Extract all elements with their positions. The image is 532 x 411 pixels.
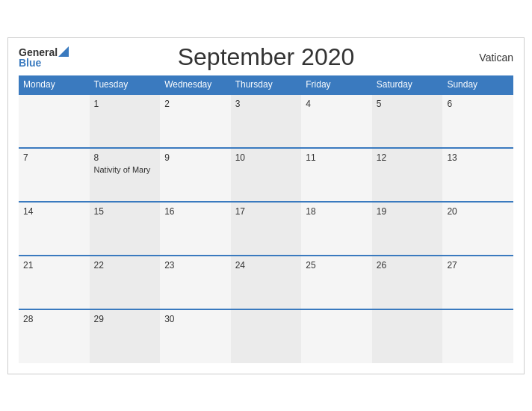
day-number: 24 — [235, 260, 297, 271]
day-number: 23 — [164, 260, 226, 271]
day-cell: 8Nativity of Mary — [90, 148, 161, 202]
day-number: 25 — [306, 260, 368, 271]
day-number: 30 — [164, 314, 226, 324]
day-cell: 11 — [301, 148, 372, 202]
week-row-1: 123456 — [19, 94, 513, 148]
day-cell: 2 — [160, 94, 231, 148]
header-tuesday: Tuesday — [90, 75, 161, 94]
day-cell: 18 — [301, 202, 372, 256]
day-number: 5 — [377, 99, 439, 109]
day-number: 7 — [23, 152, 85, 163]
calendar-title: September 2020 — [178, 43, 355, 71]
day-number: 26 — [377, 260, 439, 271]
day-number: 28 — [23, 314, 85, 324]
week-row-3: 14151617181920 — [19, 202, 513, 256]
day-number: 2 — [164, 99, 226, 109]
header-wednesday: Wednesday — [160, 75, 231, 94]
header-sunday: Sunday — [442, 75, 513, 94]
day-number: 27 — [447, 260, 509, 271]
day-cell: 19 — [372, 202, 443, 256]
header-friday: Friday — [301, 75, 372, 94]
day-cell: 15 — [90, 202, 161, 256]
day-cell: 1 — [90, 94, 161, 148]
day-number: 14 — [23, 206, 85, 217]
day-cell: 6 — [442, 94, 513, 148]
day-cell: 29 — [90, 309, 161, 363]
day-cell: 25 — [301, 256, 372, 309]
calendar-container: General Blue September 2020 Vatican Mond… — [7, 37, 525, 374]
day-cell: 13 — [442, 148, 513, 202]
week-row-2: 78Nativity of Mary910111213 — [19, 148, 513, 202]
day-cell: 17 — [231, 202, 302, 256]
day-cell: 3 — [231, 94, 302, 148]
day-cell: 20 — [442, 202, 513, 256]
day-cell: 26 — [372, 256, 443, 309]
week-row-5: 282930 — [19, 309, 513, 363]
day-number: 19 — [377, 206, 439, 217]
day-number: 16 — [164, 206, 226, 217]
day-cell: 4 — [301, 94, 372, 148]
header-monday: Monday — [19, 75, 90, 94]
day-number: 21 — [23, 260, 85, 271]
day-cell: 21 — [19, 256, 90, 309]
day-number: 29 — [94, 314, 156, 324]
day-number: 12 — [377, 152, 439, 163]
header-saturday: Saturday — [372, 75, 443, 94]
day-number: 20 — [447, 206, 509, 217]
week-row-4: 21222324252627 — [19, 256, 513, 309]
calendar-table: Monday Tuesday Wednesday Thursday Friday… — [19, 75, 513, 363]
logo-blue-text: Blue — [19, 58, 41, 68]
day-cell: 23 — [160, 256, 231, 309]
day-cell: 5 — [372, 94, 443, 148]
day-cell — [301, 309, 372, 363]
day-cell: 22 — [90, 256, 161, 309]
logo-general-text: General — [19, 47, 58, 58]
country-label: Vatican — [479, 52, 513, 64]
day-cell — [19, 94, 90, 148]
day-number: 8 — [94, 152, 156, 163]
day-cell: 16 — [160, 202, 231, 256]
day-cell — [442, 309, 513, 363]
day-number: 4 — [306, 99, 368, 109]
day-cell: 24 — [231, 256, 302, 309]
day-number: 22 — [94, 260, 156, 271]
day-number: 9 — [164, 152, 226, 163]
day-number: 17 — [235, 206, 297, 217]
day-cell: 14 — [19, 202, 90, 256]
day-cell — [231, 309, 302, 363]
day-cell: 10 — [231, 148, 302, 202]
day-number: 10 — [235, 152, 297, 163]
day-cell: 7 — [19, 148, 90, 202]
logo: General Blue — [19, 47, 69, 68]
day-cell: 28 — [19, 309, 90, 363]
day-cell: 30 — [160, 309, 231, 363]
header-thursday: Thursday — [231, 75, 302, 94]
logo-triangle-icon — [58, 46, 69, 57]
day-header-row: Monday Tuesday Wednesday Thursday Friday… — [19, 75, 513, 94]
day-number: 1 — [94, 99, 156, 109]
day-cell — [372, 309, 443, 363]
day-number: 6 — [447, 99, 509, 109]
day-number: 11 — [306, 152, 368, 163]
day-cell: 27 — [442, 256, 513, 309]
day-number: 18 — [306, 206, 368, 217]
day-number: 3 — [235, 99, 297, 109]
day-number: 13 — [447, 152, 509, 163]
day-event: Nativity of Mary — [94, 165, 156, 174]
day-cell: 12 — [372, 148, 443, 202]
day-number: 15 — [94, 206, 156, 217]
calendar-header: General Blue September 2020 Vatican — [19, 47, 513, 68]
day-cell: 9 — [160, 148, 231, 202]
